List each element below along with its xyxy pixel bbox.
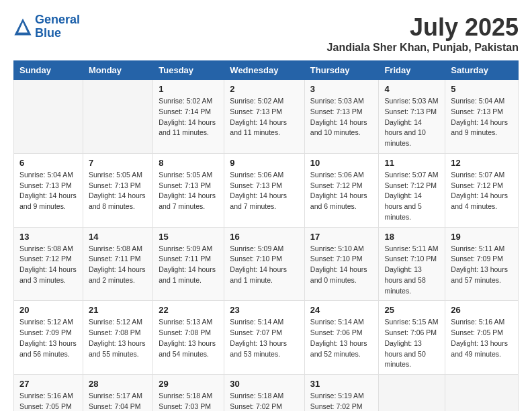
calendar-cell: 8Sunrise: 5:05 AM Sunset: 7:13 PM Daylig…	[153, 153, 224, 227]
day-info: Sunrise: 5:16 AM Sunset: 7:05 PM Dayligh…	[451, 317, 513, 359]
day-info: Sunrise: 5:11 AM Sunset: 7:09 PM Dayligh…	[451, 244, 513, 286]
day-info: Sunrise: 5:05 AM Sunset: 7:13 PM Dayligh…	[159, 170, 218, 212]
day-info: Sunrise: 5:06 AM Sunset: 7:12 PM Dayligh…	[310, 170, 373, 212]
column-header-friday: Friday	[379, 61, 445, 80]
column-header-saturday: Saturday	[445, 61, 519, 80]
day-number: 13	[19, 232, 77, 242]
logo-text: General Blue	[35, 13, 80, 40]
calendar-cell: 30Sunrise: 5:18 AM Sunset: 7:02 PM Dayli…	[224, 375, 305, 412]
calendar-cell: 12Sunrise: 5:07 AM Sunset: 7:12 PM Dayli…	[445, 153, 519, 227]
day-info: Sunrise: 5:14 AM Sunset: 7:06 PM Dayligh…	[310, 317, 373, 359]
calendar-cell: 19Sunrise: 5:11 AM Sunset: 7:09 PM Dayli…	[445, 227, 519, 301]
day-number: 7	[89, 158, 147, 168]
calendar-cell: 18Sunrise: 5:11 AM Sunset: 7:10 PM Dayli…	[379, 227, 445, 301]
day-number: 16	[230, 232, 299, 242]
day-info: Sunrise: 5:10 AM Sunset: 7:10 PM Dayligh…	[310, 244, 373, 286]
calendar-cell	[445, 375, 519, 412]
calendar-cell: 25Sunrise: 5:15 AM Sunset: 7:06 PM Dayli…	[379, 301, 445, 375]
calendar-cell	[14, 80, 83, 154]
day-info: Sunrise: 5:09 AM Sunset: 7:10 PM Dayligh…	[230, 244, 299, 286]
day-number: 3	[310, 84, 373, 94]
day-info: Sunrise: 5:06 AM Sunset: 7:13 PM Dayligh…	[230, 170, 299, 212]
day-info: Sunrise: 5:02 AM Sunset: 7:13 PM Dayligh…	[230, 96, 299, 138]
calendar-week-row: 20Sunrise: 5:12 AM Sunset: 7:09 PM Dayli…	[14, 301, 519, 375]
day-info: Sunrise: 5:12 AM Sunset: 7:08 PM Dayligh…	[89, 317, 147, 359]
day-info: Sunrise: 5:19 AM Sunset: 7:02 PM Dayligh…	[310, 391, 373, 411]
day-number: 10	[310, 158, 373, 168]
calendar-cell: 7Sunrise: 5:05 AM Sunset: 7:13 PM Daylig…	[83, 153, 152, 227]
day-info: Sunrise: 5:07 AM Sunset: 7:12 PM Dayligh…	[384, 170, 439, 223]
calendar-cell: 26Sunrise: 5:16 AM Sunset: 7:05 PM Dayli…	[445, 301, 519, 375]
day-number: 1	[159, 84, 218, 94]
day-info: Sunrise: 5:09 AM Sunset: 7:11 PM Dayligh…	[159, 244, 218, 286]
calendar-cell: 5Sunrise: 5:04 AM Sunset: 7:13 PM Daylig…	[445, 80, 519, 154]
logo: General Blue	[13, 13, 80, 40]
day-info: Sunrise: 5:08 AM Sunset: 7:12 PM Dayligh…	[19, 244, 77, 286]
day-number: 28	[89, 379, 147, 389]
day-number: 21	[89, 305, 147, 315]
day-info: Sunrise: 5:04 AM Sunset: 7:13 PM Dayligh…	[19, 170, 77, 212]
day-info: Sunrise: 5:14 AM Sunset: 7:07 PM Dayligh…	[230, 317, 299, 359]
calendar-cell: 31Sunrise: 5:19 AM Sunset: 7:02 PM Dayli…	[304, 375, 379, 412]
day-info: Sunrise: 5:13 AM Sunset: 7:08 PM Dayligh…	[159, 317, 218, 359]
day-number: 19	[451, 232, 513, 242]
day-number: 9	[230, 158, 299, 168]
calendar-cell: 6Sunrise: 5:04 AM Sunset: 7:13 PM Daylig…	[14, 153, 83, 227]
day-info: Sunrise: 5:18 AM Sunset: 7:03 PM Dayligh…	[159, 391, 218, 411]
day-number: 14	[89, 232, 147, 242]
calendar-week-row: 13Sunrise: 5:08 AM Sunset: 7:12 PM Dayli…	[14, 227, 519, 301]
day-number: 17	[310, 232, 373, 242]
day-number: 18	[384, 232, 439, 242]
calendar-cell: 13Sunrise: 5:08 AM Sunset: 7:12 PM Dayli…	[14, 227, 83, 301]
day-number: 4	[384, 84, 439, 94]
calendar-week-row: 6Sunrise: 5:04 AM Sunset: 7:13 PM Daylig…	[14, 153, 519, 227]
day-number: 15	[159, 232, 218, 242]
calendar-cell: 22Sunrise: 5:13 AM Sunset: 7:08 PM Dayli…	[153, 301, 224, 375]
day-number: 2	[230, 84, 299, 94]
calendar-cell: 15Sunrise: 5:09 AM Sunset: 7:11 PM Dayli…	[153, 227, 224, 301]
logo-icon	[13, 17, 32, 36]
column-header-monday: Monday	[83, 61, 152, 80]
calendar-cell: 14Sunrise: 5:08 AM Sunset: 7:11 PM Dayli…	[83, 227, 152, 301]
calendar-cell: 4Sunrise: 5:03 AM Sunset: 7:13 PM Daylig…	[379, 80, 445, 154]
calendar-cell: 23Sunrise: 5:14 AM Sunset: 7:07 PM Dayli…	[224, 301, 305, 375]
day-number: 6	[19, 158, 77, 168]
day-number: 23	[230, 305, 299, 315]
day-info: Sunrise: 5:05 AM Sunset: 7:13 PM Dayligh…	[89, 170, 147, 212]
location-title: Jandiala Sher Khan, Punjab, Pakistan	[327, 42, 519, 54]
calendar-cell	[379, 375, 445, 412]
calendar-cell: 24Sunrise: 5:14 AM Sunset: 7:06 PM Dayli…	[304, 301, 379, 375]
day-info: Sunrise: 5:11 AM Sunset: 7:10 PM Dayligh…	[384, 244, 439, 297]
day-number: 26	[451, 305, 513, 315]
month-title: July 2025	[327, 13, 519, 42]
day-info: Sunrise: 5:04 AM Sunset: 7:13 PM Dayligh…	[451, 96, 513, 138]
calendar-cell: 2Sunrise: 5:02 AM Sunset: 7:13 PM Daylig…	[224, 80, 305, 154]
calendar-cell: 1Sunrise: 5:02 AM Sunset: 7:14 PM Daylig…	[153, 80, 224, 154]
day-number: 31	[310, 379, 373, 389]
calendar-week-row: 27Sunrise: 5:16 AM Sunset: 7:05 PM Dayli…	[14, 375, 519, 412]
calendar-week-row: 1Sunrise: 5:02 AM Sunset: 7:14 PM Daylig…	[14, 80, 519, 154]
day-number: 22	[159, 305, 218, 315]
day-info: Sunrise: 5:03 AM Sunset: 7:13 PM Dayligh…	[310, 96, 373, 138]
day-info: Sunrise: 5:18 AM Sunset: 7:02 PM Dayligh…	[230, 391, 299, 411]
day-info: Sunrise: 5:17 AM Sunset: 7:04 PM Dayligh…	[89, 391, 147, 411]
day-number: 27	[19, 379, 77, 389]
calendar-cell: 9Sunrise: 5:06 AM Sunset: 7:13 PM Daylig…	[224, 153, 305, 227]
title-block: July 2025 Jandiala Sher Khan, Punjab, Pa…	[327, 13, 519, 54]
day-number: 24	[310, 305, 373, 315]
calendar-cell: 3Sunrise: 5:03 AM Sunset: 7:13 PM Daylig…	[304, 80, 379, 154]
day-info: Sunrise: 5:15 AM Sunset: 7:06 PM Dayligh…	[384, 317, 439, 370]
calendar-cell: 28Sunrise: 5:17 AM Sunset: 7:04 PM Dayli…	[83, 375, 152, 412]
calendar-cell	[83, 80, 152, 154]
page-header: General Blue July 2025 Jandiala Sher Kha…	[13, 13, 519, 54]
day-info: Sunrise: 5:12 AM Sunset: 7:09 PM Dayligh…	[19, 317, 77, 359]
calendar-cell: 10Sunrise: 5:06 AM Sunset: 7:12 PM Dayli…	[304, 153, 379, 227]
day-info: Sunrise: 5:03 AM Sunset: 7:13 PM Dayligh…	[384, 96, 439, 149]
column-header-wednesday: Wednesday	[224, 61, 305, 80]
calendar-cell: 20Sunrise: 5:12 AM Sunset: 7:09 PM Dayli…	[14, 301, 83, 375]
calendar-cell: 21Sunrise: 5:12 AM Sunset: 7:08 PM Dayli…	[83, 301, 152, 375]
day-number: 30	[230, 379, 299, 389]
column-header-sunday: Sunday	[14, 61, 83, 80]
day-number: 8	[159, 158, 218, 168]
calendar-cell: 16Sunrise: 5:09 AM Sunset: 7:10 PM Dayli…	[224, 227, 305, 301]
